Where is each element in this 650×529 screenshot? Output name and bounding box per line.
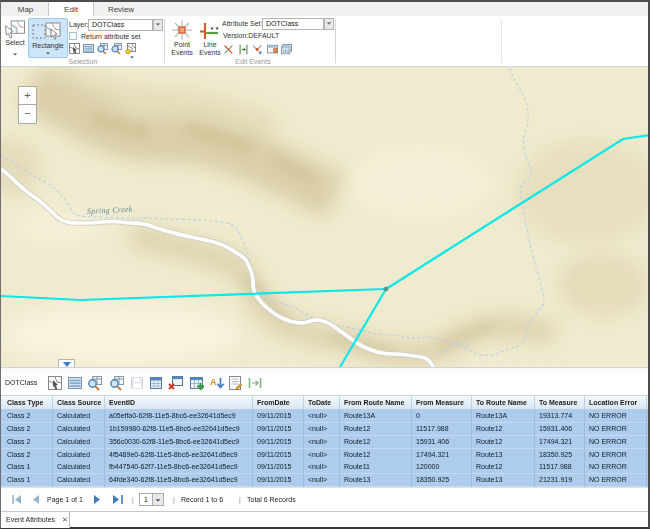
svg-text:A: A <box>210 377 217 387</box>
